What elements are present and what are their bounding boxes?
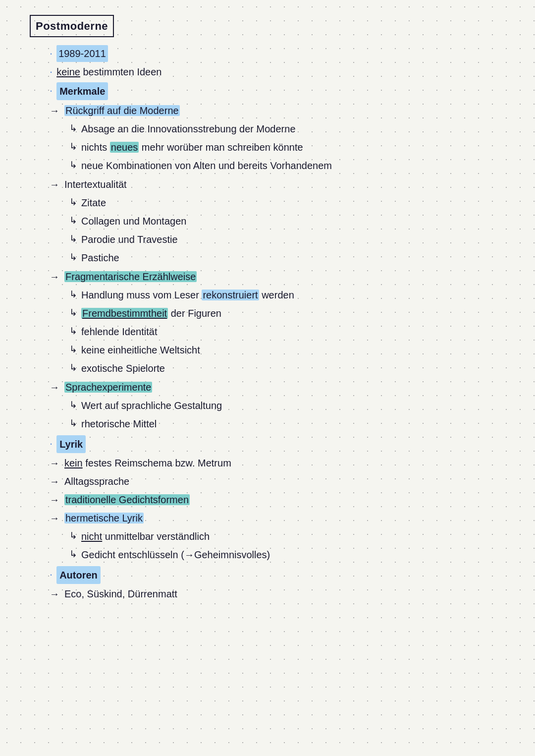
list-item: ↳ rhetorische Mittel — [30, 415, 510, 432]
highlight-text: Sprachexperimente — [64, 382, 152, 393]
list-item: ↳ Parodie und Travestie — [30, 231, 510, 248]
sub-bullet-icon: ↳ — [69, 397, 77, 413]
item-text: Intertextualität — [64, 176, 127, 193]
item-text: Sprachexperimente — [64, 379, 152, 396]
highlight-word: neues — [110, 142, 139, 153]
autoren-text: Eco, Süskind, Dürrenmatt — [64, 585, 177, 602]
item-text: hermetische Lyrik — [64, 510, 144, 526]
list-item: → Fragmentarische Erzählweise — [30, 268, 510, 285]
highlight-text: Fragmentarische Erzählweise — [64, 271, 197, 282]
list-item: ↳ Handlung muss vom Leser rekonstruiert … — [30, 287, 510, 303]
highlight-text: traditionelle Gedichtsformen — [64, 494, 190, 505]
page-content: Postmoderne · 1989-2011 · keine bestimmt… — [0, 0, 535, 643]
highlight-text: hermetische Lyrik — [64, 513, 144, 523]
sub-bullet-icon: ↳ — [69, 415, 77, 431]
highlight-word: Fremdbestimmtheit — [81, 308, 168, 319]
item-text: keine einheitliche Weltsicht — [81, 342, 200, 358]
underlined-word: kein — [64, 458, 83, 468]
item-text: exotische Spielorte — [81, 360, 165, 377]
item-text: Parodie und Travestie — [81, 231, 178, 248]
section-header-merkmale: · Merkmale — [30, 82, 510, 100]
list-item: ↳ Pastiche — [30, 249, 510, 266]
sub-bullet-icon: ↳ — [69, 120, 77, 136]
item-text: keine bestimmten Ideen — [56, 63, 161, 80]
list-item: ↳ Fremdbestimmtheit der Figuren — [30, 305, 510, 322]
arrow-icon: → — [50, 455, 59, 471]
list-item: ↳ nichts neues mehr worüber man schreibe… — [30, 139, 510, 156]
sub-bullet-icon: ↳ — [69, 139, 77, 155]
item-text: neue Kombinationen von Alten und bereits… — [81, 157, 332, 174]
lyrik-label: Lyrik — [56, 435, 86, 453]
arrow-icon: → — [50, 268, 59, 285]
sub-bullet-icon: ↳ — [69, 360, 77, 376]
bullet-icon: · — [50, 435, 53, 452]
list-item: · 1989-2011 — [30, 45, 510, 62]
list-item: → Sprachexperimente — [30, 379, 510, 396]
underlined-word: keine — [56, 66, 80, 77]
bullet-icon: · — [50, 63, 53, 80]
year-range: 1989-2011 — [56, 45, 108, 62]
item-text: fehlende Identität — [81, 323, 157, 340]
arrow-icon: → — [50, 473, 59, 490]
item-text: traditionelle Gedichtsformen — [64, 491, 190, 508]
bullet-icon: · — [50, 45, 53, 61]
highlight-word: rekonstruiert — [202, 290, 259, 300]
list-item: ↳ keine einheitliche Weltsicht — [30, 342, 510, 358]
sub-bullet-icon: ↳ — [69, 213, 77, 229]
item-text: rhetorische Mittel — [81, 415, 157, 432]
autoren-label: Autoren — [56, 566, 101, 584]
list-item: ↳ neue Kombinationen von Alten und berei… — [30, 157, 510, 174]
list-item: → Rückgriff auf die Moderne — [30, 102, 510, 119]
sub-bullet-icon: ↳ — [69, 249, 77, 265]
item-text: Gedicht entschlüsseln (→Geheimnisvolles) — [81, 546, 270, 563]
sub-bullet-icon: ↳ — [69, 157, 77, 173]
list-item: → Intertextualität — [30, 176, 510, 193]
arrow-icon: → — [50, 176, 59, 193]
list-item: → kein festes Reimschema bzw. Metrum — [30, 455, 510, 471]
sub-bullet-icon: ↳ — [69, 528, 77, 544]
list-item: → Alltagssprache — [30, 473, 510, 490]
item-text: Rückgriff auf die Moderne — [64, 102, 180, 119]
pastiche-text: Pastiche — [81, 249, 119, 266]
item-text: nichts neues mehr worüber man schreiben … — [81, 139, 303, 156]
bullet-icon: · — [50, 82, 53, 99]
list-item: ↳ Collagen und Montagen — [30, 213, 510, 230]
sub-bullet-icon: ↳ — [69, 546, 77, 562]
arrow-icon: → — [50, 491, 59, 508]
bullet-icon: · — [50, 566, 53, 582]
list-item: ↳ fehlende Identität — [30, 323, 510, 340]
sub-bullet-icon: ↳ — [69, 305, 77, 321]
sub-bullet-icon: ↳ — [69, 287, 77, 302]
list-item: → hermetische Lyrik — [30, 510, 510, 526]
sub-bullet-icon: ↳ — [69, 231, 77, 247]
list-item: ↳ Gedicht entschlüsseln (→Geheimnisvolle… — [30, 546, 510, 563]
item-text: Collagen und Montagen — [81, 213, 186, 230]
list-item: ↳ nicht unmittelbar verständlich — [30, 528, 510, 545]
item-text: Fragmentarische Erzählweise — [64, 268, 197, 285]
item-text: Alltagssprache — [64, 473, 129, 490]
item-text: Zitate — [81, 194, 106, 211]
highlight-text: Rückgriff auf die Moderne — [64, 105, 180, 116]
arrow-icon: → — [50, 585, 59, 602]
section-header-lyrik: · Lyrik — [30, 435, 510, 453]
page-title: Postmoderne — [30, 15, 114, 37]
item-text: Wert auf sprachliche Gestaltung — [81, 397, 222, 414]
list-item: → Eco, Süskind, Dürrenmatt — [30, 585, 510, 602]
item-text: Handlung muss vom Leser rekonstruiert we… — [81, 287, 294, 303]
merkmale-label: Merkmale — [56, 82, 108, 100]
sub-bullet-icon: ↳ — [69, 323, 77, 339]
list-item: ↳ Absage an die Innovationsstrebung der … — [30, 120, 510, 137]
sub-bullet-icon: ↳ — [69, 342, 77, 357]
arrow-icon: → — [50, 379, 59, 396]
list-item: → traditionelle Gedichtsformen — [30, 491, 510, 508]
list-item: · keine bestimmten Ideen — [30, 63, 510, 80]
list-item: ↳ Wert auf sprachliche Gestaltung — [30, 397, 510, 414]
section-header-autoren: · Autoren — [30, 566, 510, 584]
arrow-icon: → — [50, 510, 59, 526]
list-item: ↳ Zitate — [30, 194, 510, 211]
item-text: nicht unmittelbar verständlich — [81, 528, 210, 545]
item-text: kein festes Reimschema bzw. Metrum — [64, 455, 231, 471]
item-text: Absage an die Innovationsstrebung der Mo… — [81, 120, 296, 137]
item-text: Fremdbestimmtheit der Figuren — [81, 305, 221, 322]
arrow-icon: → — [50, 102, 59, 119]
